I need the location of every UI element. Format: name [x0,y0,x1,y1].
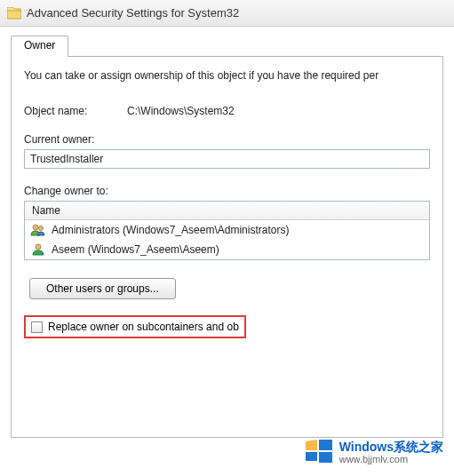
list-item[interactable]: Administrators (Windows7_Aseem\Administr… [25,220,429,240]
list-item-label: Administrators (Windows7_Aseem\Administr… [52,224,289,236]
change-owner-list[interactable]: Name Administrators (Windows7_Aseem\Admi… [24,201,430,260]
list-item-label: Aseem (Windows7_Aseem\Aseem) [52,243,219,256]
list-item[interactable]: Aseem (Windows7_Aseem\Aseem) [25,240,429,259]
current-owner-block: Current owner: [24,133,430,169]
current-owner-field [24,149,430,169]
user-icon [30,242,46,257]
svg-rect-5 [319,440,332,450]
list-header-name[interactable]: Name [25,202,429,220]
windows-logo-icon [304,438,334,467]
svg-point-1 [33,225,38,230]
folder-icon [7,7,21,20]
object-name-label: Object name: [24,105,127,117]
intro-text: You can take or assign ownership of this… [24,69,430,82]
current-owner-label: Current owner: [24,133,430,146]
owner-panel: You can take or assign ownership of this… [11,56,443,438]
content-area: Owner You can take or assign ownership o… [0,27,454,438]
replace-owner-label: Replace owner on subcontainers and ob [48,321,239,333]
watermark: Windows系统之家 www.bjjmlv.com [299,434,449,471]
watermark-text: Windows系统之家 www.bjjmlv.com [339,440,443,464]
group-icon [30,223,46,237]
titlebar: Advanced Security Settings for System32 [0,0,454,27]
window-title: Advanced Security Settings for System32 [27,6,239,20]
svg-rect-7 [319,452,332,463]
svg-rect-6 [306,452,317,461]
tabstrip: Owner [11,36,443,57]
replace-owner-checkbox[interactable] [31,321,43,333]
change-owner-label: Change owner to: [24,185,430,197]
svg-point-3 [36,244,41,250]
replace-owner-row[interactable]: Replace owner on subcontainers and ob [24,315,246,338]
watermark-title: Windows系统之家 [339,440,443,454]
object-name-value: C:\Windows\System32 [127,105,430,117]
object-name-row: Object name: C:\Windows\System32 [24,105,430,117]
tab-owner[interactable]: Owner [11,36,68,57]
other-users-button[interactable]: Other users or groups... [29,278,176,299]
svg-point-2 [39,226,44,231]
watermark-url: www.bjjmlv.com [339,454,443,464]
